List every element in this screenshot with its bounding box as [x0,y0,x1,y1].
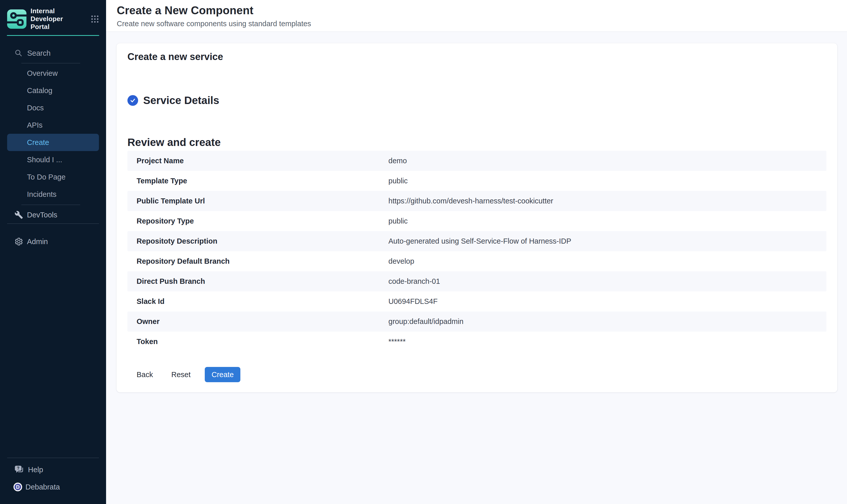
admin-label: Admin [27,237,48,246]
table-row: Repository Default Branch develop [127,251,826,271]
table-row: Template Type public [127,171,826,191]
sidebar-item-devtools[interactable]: DevTools [0,206,106,223]
row-value: demo [389,157,826,165]
svg-text:?: ? [17,466,20,470]
step-service-details[interactable]: Service Details [127,94,826,107]
sidebar-item-label: Incidents [27,190,56,199]
user-menu[interactable]: D Debabrata [0,478,106,496]
row-label: Public Template Url [137,197,389,205]
review-table: Project Name demo Template Type public P… [127,151,826,352]
row-label: Repository Type [137,217,389,225]
page-header: Create a New Component Create new softwa… [106,0,847,32]
sidebar-item-label: To Do Page [27,173,66,181]
row-label: Owner [137,317,389,326]
sidebar-item-docs[interactable]: Docs [7,99,99,116]
search-icon [15,49,23,57]
gear-icon [15,237,23,246]
step-completed-check-icon [127,95,138,106]
row-label: Direct Push Branch [137,277,389,286]
row-label: Template Type [137,177,389,185]
reset-button[interactable]: Reset [167,368,195,381]
sidebar-item-label: APIs [27,121,42,129]
create-button[interactable]: Create [205,367,240,382]
search-label: Search [27,49,51,57]
table-row: Owner group:default/idpadmin [127,311,826,331]
sidebar-item-admin[interactable]: Admin [0,233,106,250]
sidebar-item-overview[interactable]: Overview [7,65,99,82]
sidebar-spacer [0,250,106,458]
row-label: Slack Id [137,297,389,306]
back-button[interactable]: Back [132,368,157,381]
sidebar-item-help[interactable]: ? Help [0,461,106,478]
review-title: Review and create [127,136,826,148]
sidebar-item-label: Overview [27,69,58,77]
sidebar-item-catalog[interactable]: Catalog [7,82,99,99]
sidebar-item-should-i[interactable]: Should I ... [7,151,99,168]
help-label: Help [28,466,43,474]
table-row: Project Name demo [127,151,826,171]
brand-accent-line [7,35,99,36]
row-label: Token [137,338,389,346]
table-row: Direct Push Branch code-branch-01 [127,271,826,291]
sidebar-item-label: Create [27,138,49,147]
help-icon: ? [15,465,24,474]
sidebar-item-label: Should I ... [27,156,62,164]
sidebar-item-to-do-page[interactable]: To Do Page [7,168,99,186]
row-value: Auto-generated using Self-Service-Flow o… [389,237,826,246]
row-value: code-branch-01 [389,277,826,286]
page-title: Create a New Component [117,3,847,17]
row-value: ****** [389,338,826,346]
app-title: Internal Developer Portal [31,7,74,31]
logo-row[interactable]: Internal Developer Portal [0,0,106,31]
row-value: public [389,217,826,225]
step-label: Service Details [143,94,219,107]
app-logo-icon [7,10,26,29]
row-value: develop [389,257,826,266]
sidebar-item-label: Catalog [27,87,52,95]
sidebar-search[interactable]: Search [0,48,106,58]
row-value: group:default/idpadmin [389,317,826,326]
table-row: Repository Type public [127,211,826,231]
table-row: Slack Id U0694FDLS4F [127,291,826,311]
row-value: public [389,177,826,185]
card-title: Create a new service [127,51,826,62]
apps-grid-icon[interactable] [90,15,100,24]
sidebar-item-incidents[interactable]: Incidents [7,186,99,203]
table-row: Repositoty Description Auto-generated us… [127,231,826,251]
sidebar-nav: Overview Catalog Docs APIs Create Should… [0,65,106,203]
table-row: Token ****** [127,331,826,352]
wrench-icon [15,211,23,219]
content-area: Create a new service Service Details Rev… [106,32,847,504]
create-service-card: Create a new service Service Details Rev… [116,43,837,392]
row-label: Repositoty Description [137,237,389,246]
row-label: Repository Default Branch [137,257,389,266]
row-label: Project Name [137,157,389,165]
row-value: U0694FDLS4F [389,297,826,306]
sidebar-divider [7,223,99,224]
sidebar-item-label: Docs [27,104,44,112]
sidebar-item-create[interactable]: Create [7,134,99,151]
avatar: D [14,483,22,491]
table-row: Public Template Url https://github.com/d… [127,191,826,211]
actions-row: Back Reset Create [132,367,826,382]
main-area: Create a New Component Create new softwa… [106,0,847,504]
sidebar: Internal Developer Portal Search Overvie… [0,0,106,504]
devtools-label: DevTools [27,211,57,219]
sidebar-item-apis[interactable]: APIs [7,116,99,134]
user-name: Debabrata [25,483,60,491]
page-subtitle: Create new software components using sta… [117,20,847,28]
row-value: https://github.com/devesh-harness/test-c… [389,197,826,205]
